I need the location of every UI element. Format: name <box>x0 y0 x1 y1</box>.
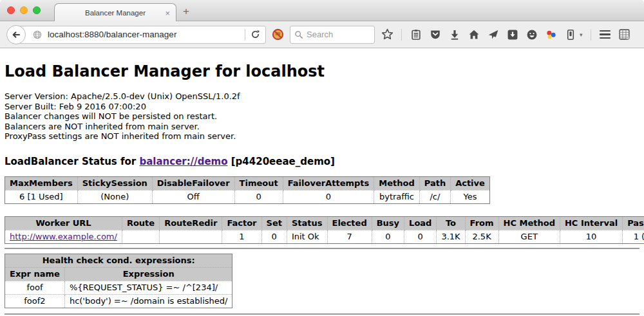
colorful-extension-icon[interactable] <box>545 28 557 41</box>
stickysession-value: (None) <box>77 190 152 203</box>
method-value: bytraffic <box>374 190 419 203</box>
status-heading-prefix: LoadBalancer Status for <box>5 156 139 167</box>
loadbalancer-status-heading: LoadBalancer Status for balancer://demo … <box>5 156 639 167</box>
worker-url-cell: http://www.example.com/ <box>5 230 122 243</box>
sidebar-grid-icon[interactable] <box>618 28 630 41</box>
globe-icon <box>31 28 43 41</box>
browser-window: Balancer Manager × + localhost:8880/bala… <box>0 0 644 316</box>
column-header: Set <box>261 216 287 230</box>
status-value: Init Ok <box>287 230 327 243</box>
table-row: foof %{REQUEST_STATUS} =~ /^[234]/ <box>5 281 232 294</box>
persist-notice-line: Balancer changes will NOT be persisted o… <box>5 111 639 122</box>
reload-icon <box>251 30 260 39</box>
column-header: RouteRedir <box>160 216 222 230</box>
passes-value: 1 (0) <box>623 230 644 243</box>
disablefailover-value: Off <box>152 190 234 203</box>
column-header: Timeout <box>234 176 283 190</box>
menu-hamburger-icon[interactable] <box>599 28 611 41</box>
balancer-demo-link[interactable]: balancer://demo <box>139 156 227 167</box>
inherit-notice-line: Balancers are NOT inherited from main se… <box>5 122 639 132</box>
server-version-line: Server Version: Apache/2.5.0-dev (Unix) … <box>5 91 639 102</box>
page-title: Load Balancer Manager for localhost <box>5 62 639 80</box>
containers-icon[interactable] <box>564 28 576 41</box>
column-header: HC Interval <box>560 216 622 230</box>
expression-value: hc('body') =~ /domain is established/ <box>64 294 232 308</box>
timeout-value: 0 <box>234 190 283 203</box>
reading-list-icon[interactable] <box>410 28 422 41</box>
server-built-line: Server Built: Feb 9 2016 07:00:20 <box>5 102 639 112</box>
close-window-button[interactable] <box>7 6 15 14</box>
server-info: Server Version: Apache/2.5.0-dev (Unix) … <box>5 91 639 142</box>
page-bottom-divider <box>5 313 639 315</box>
to-value: 3.1K <box>437 230 465 243</box>
busy-value: 0 <box>372 230 404 243</box>
search-input[interactable] <box>307 30 365 39</box>
table-header-row: MaxMembers StickySession DisableFailover… <box>5 176 490 190</box>
factor-value: 1 <box>222 230 261 243</box>
send-plane-icon[interactable] <box>487 28 499 41</box>
from-value: 2.5K <box>465 230 498 243</box>
navigation-toolbar: localhost:8880/balancer-manager <box>0 21 644 48</box>
column-header: Worker URL <box>5 216 122 230</box>
column-header: HC Method <box>498 216 560 230</box>
hc-interval-value: 10 <box>560 230 622 243</box>
status-heading-suffix: [p4420eeae_demo] <box>228 156 335 167</box>
download-arrow-icon[interactable] <box>448 28 460 41</box>
reload-button[interactable] <box>245 30 265 39</box>
column-header: FailoverAttempts <box>283 176 374 190</box>
routeredir-value <box>160 230 222 243</box>
pocket-icon[interactable] <box>429 28 441 41</box>
column-header: Expression <box>64 267 232 281</box>
back-button[interactable] <box>6 25 26 44</box>
column-header: From <box>465 216 498 230</box>
zoom-window-button[interactable] <box>33 6 41 14</box>
browser-tab[interactable]: Balancer Manager × <box>54 3 176 21</box>
expression-value: %{REQUEST_STATUS} =~ /^[234]/ <box>64 281 232 294</box>
column-header: To <box>437 216 465 230</box>
back-arrow-icon <box>11 30 21 40</box>
column-header: Expr name <box>5 267 65 281</box>
column-header: Method <box>374 176 419 190</box>
column-header: Route <box>122 216 159 230</box>
elected-value: 7 <box>327 230 372 243</box>
downloads-panel-icon[interactable] <box>506 28 518 41</box>
active-value: Yes <box>451 190 490 203</box>
url-text[interactable]: localhost:8880/balancer-manager <box>48 30 245 39</box>
tab-close-icon[interactable]: × <box>165 8 170 17</box>
url-bar[interactable]: localhost:8880/balancer-manager <box>16 26 266 44</box>
search-icon <box>294 30 303 39</box>
tab-title: Balancer Manager <box>85 9 146 17</box>
table-row: foof2 hc('body') =~ /domain is establish… <box>5 294 232 308</box>
worker-url-link[interactable]: http://www.example.com/ <box>10 232 117 241</box>
maxmembers-value: 6 [1 Used] <box>5 190 78 203</box>
chevron-down-icon[interactable]: ▾ <box>580 32 583 38</box>
home-icon[interactable] <box>468 28 480 41</box>
feedback-smiley-icon[interactable] <box>526 28 538 41</box>
search-bar[interactable] <box>290 26 375 44</box>
page-content: Load Balancer Manager for localhost Serv… <box>0 48 644 315</box>
table-caption-row: Health check cond. expressions: <box>5 254 232 267</box>
window-controls <box>7 6 41 14</box>
expr-name-value: foof2 <box>5 294 65 308</box>
column-header: Busy <box>372 216 404 230</box>
titlebar: Balancer Manager × + <box>0 0 644 21</box>
minimize-window-button[interactable] <box>20 6 28 14</box>
hc-method-value: GET <box>498 230 560 243</box>
health-check-table-title: Health check cond. expressions: <box>5 254 232 267</box>
proxypass-notice-line: ProxyPass settings are NOT inherited fro… <box>5 131 639 142</box>
balancer-settings-table: MaxMembers StickySession DisableFailover… <box>5 176 490 204</box>
column-header: DisableFailover <box>152 176 234 190</box>
table-row: http://www.example.com/ 1 0 Init Ok 7 0 … <box>5 230 644 243</box>
toolbar-icon-strip: ▾ <box>381 28 630 41</box>
column-header: Status <box>287 216 327 230</box>
set-value: 0 <box>261 230 287 243</box>
new-tab-button[interactable]: + <box>183 5 189 18</box>
column-header: Active <box>451 176 490 190</box>
column-header: MaxMembers <box>5 176 78 190</box>
expr-name-value: foof <box>5 281 65 294</box>
table-row: 6 [1 Used] (None) Off 0 0 bytraffic /c/ … <box>5 190 490 203</box>
health-check-table: Health check cond. expressions: Expr nam… <box>5 254 232 308</box>
column-header: Path <box>419 176 450 190</box>
plugin-blocked-icon[interactable] <box>272 28 284 41</box>
bookmark-star-icon[interactable] <box>381 28 393 41</box>
